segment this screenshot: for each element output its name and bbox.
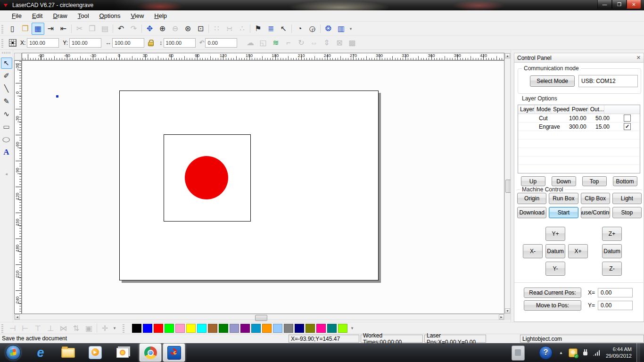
- layer-color-swatch[interactable]: [295, 324, 304, 333]
- text-tool[interactable]: A: [1, 147, 12, 158]
- align-corner-icon[interactable]: ⌐: [282, 37, 295, 49]
- jog-x-plus-button[interactable]: X+: [568, 244, 588, 258]
- arc-tool-icon[interactable]: ◔: [293, 23, 306, 35]
- minimize-button[interactable]: —: [597, 0, 612, 9]
- layer-color-swatch[interactable]: [338, 324, 347, 333]
- layer-color-swatch[interactable]: [132, 324, 141, 333]
- ellipse-tool[interactable]: ◯: [1, 134, 12, 145]
- toolbar-grip[interactable]: [1, 24, 3, 33]
- center-page-icon[interactable]: ▣: [83, 322, 95, 334]
- pen-tool[interactable]: ✎: [1, 96, 12, 107]
- vertical-scrollbar[interactable]: ▲ ▼: [504, 53, 511, 314]
- scroll-up-arrow[interactable]: ▲: [505, 53, 510, 58]
- layer-output-checkbox[interactable]: [624, 123, 631, 130]
- layer-order-button[interactable]: Top: [582, 176, 607, 186]
- toolbar-grip[interactable]: [1, 323, 3, 333]
- palette-grip[interactable]: [2, 52, 11, 54]
- align-left-icon[interactable]: ⊣: [6, 322, 19, 334]
- cut-icon[interactable]: ✂: [73, 23, 86, 35]
- layer-color-swatch[interactable]: [165, 324, 174, 333]
- engrave-circle-shape[interactable]: [185, 156, 228, 199]
- save-icon[interactable]: ▦: [32, 23, 44, 35]
- output-flag-icon[interactable]: ⚑: [252, 23, 264, 35]
- ungroup-icon[interactable]: ∺: [223, 23, 236, 35]
- tile-copy-icon[interactable]: ◱: [256, 37, 269, 49]
- layer-column-header[interactable]: Mode: [535, 105, 551, 114]
- toolbar-overflow-arrow[interactable]: ▾: [347, 23, 354, 35]
- layer-order-button[interactable]: Bottom: [613, 176, 637, 186]
- jog-x-minus-button[interactable]: X-: [523, 244, 543, 258]
- toolbar-grip[interactable]: [123, 323, 124, 333]
- layer-color-swatch[interactable]: [262, 324, 272, 333]
- taskbar-app[interactable]: [112, 344, 133, 361]
- aspect-lock-icon[interactable]: [148, 40, 154, 46]
- layer-color-swatch[interactable]: [219, 324, 228, 333]
- height-field[interactable]: 100.00: [164, 38, 196, 48]
- pan-icon[interactable]: ✥: [143, 23, 156, 35]
- laser-origin-icon[interactable]: ✛: [99, 322, 111, 334]
- align-right-icon[interactable]: ⊢: [19, 322, 32, 334]
- network-icon[interactable]: ❂: [322, 23, 335, 35]
- jog-datum-xy-button[interactable]: Datum: [545, 244, 565, 258]
- taskbar-app[interactable]: [58, 344, 78, 361]
- flip-vertical-icon[interactable]: ⇕: [320, 37, 333, 49]
- help-icon[interactable]: ?: [539, 346, 553, 360]
- zoom-selection-icon[interactable]: ⊡: [194, 23, 207, 35]
- align-top-icon[interactable]: ⊤: [32, 322, 44, 334]
- machine-control-button[interactable]: Run Box: [549, 193, 578, 204]
- layer-color-swatch[interactable]: [273, 324, 282, 333]
- menu-item[interactable]: Tool: [73, 11, 94, 21]
- pos-y-field[interactable]: 0.00: [598, 301, 633, 310]
- signal-bars-icon[interactable]: [593, 350, 600, 356]
- machine-control-button[interactable]: Pause/Continue: [581, 207, 610, 218]
- bezier-tool[interactable]: ∿: [1, 108, 12, 120]
- palette-overflow-arrow[interactable]: ▾: [349, 322, 355, 334]
- taskbar-app[interactable]: [163, 344, 185, 362]
- scroll-down-arrow[interactable]: ▼: [505, 308, 510, 313]
- machine-control-button[interactable]: Light: [612, 193, 642, 204]
- task-list-icon[interactable]: ≣: [264, 23, 277, 35]
- delete-node-icon[interactable]: ∴: [236, 23, 248, 35]
- palette-scroll-arrow[interactable]: ◂: [5, 172, 8, 176]
- layer-column-header[interactable]: Out...: [588, 105, 604, 114]
- redo-icon[interactable]: ↷: [127, 23, 140, 35]
- select-mode-button[interactable]: Select Mode: [530, 75, 575, 87]
- anchor-point-selector[interactable]: [9, 39, 17, 47]
- layer-column-header[interactable]: Power: [570, 105, 588, 114]
- layer-output-checkbox[interactable]: [624, 115, 631, 122]
- rotation-field[interactable]: 0.00: [205, 38, 237, 48]
- layer-order-button[interactable]: Down: [552, 176, 576, 186]
- power-plug-icon[interactable]: [582, 349, 588, 356]
- scroll-right-arrow[interactable]: ►: [499, 314, 504, 320]
- machine-control-button[interactable]: Clip Box: [581, 193, 610, 204]
- align-bottom-icon[interactable]: ⊥: [44, 322, 57, 334]
- layer-color-swatch[interactable]: [208, 324, 217, 333]
- undo-icon[interactable]: ↶: [115, 23, 127, 35]
- menu-item[interactable]: Help: [149, 11, 172, 21]
- layer-color-swatch[interactable]: [327, 324, 337, 333]
- menu-item[interactable]: View: [125, 11, 149, 21]
- taskbar-app[interactable]: [140, 344, 161, 362]
- node-edit-tool[interactable]: ✐: [1, 70, 12, 82]
- horizontal-scroll-thumb[interactable]: [255, 315, 267, 321]
- center-vertical-icon[interactable]: ⇅: [70, 322, 83, 334]
- layer-color-swatch[interactable]: [175, 324, 185, 333]
- toolbar-grip[interactable]: [1, 38, 3, 48]
- taskbar-app[interactable]: [3, 344, 24, 361]
- jog-y-plus-button[interactable]: Y+: [545, 227, 565, 241]
- rotate-tool-icon[interactable]: ◶: [306, 23, 319, 35]
- import-icon[interactable]: ⇥: [44, 23, 57, 35]
- jog-datum-z-button[interactable]: Datum: [602, 244, 622, 258]
- group-icon[interactable]: ∷: [210, 23, 223, 35]
- artboard-page[interactable]: [119, 90, 379, 280]
- pos-x-field[interactable]: 0.00: [598, 288, 633, 297]
- layers-icon[interactable]: ≋: [269, 37, 282, 49]
- jog-z-plus-button[interactable]: Z+: [602, 227, 622, 241]
- machine-control-button[interactable]: Download: [517, 207, 546, 218]
- layer-color-swatch[interactable]: [154, 324, 163, 333]
- zoom-in-icon[interactable]: ⊕: [156, 23, 169, 35]
- menu-item[interactable]: Draw: [48, 11, 72, 21]
- x-position-field[interactable]: 100.00: [27, 38, 59, 48]
- maximize-button[interactable]: ❐: [612, 0, 627, 9]
- machine-control-button[interactable]: Stop: [612, 207, 642, 218]
